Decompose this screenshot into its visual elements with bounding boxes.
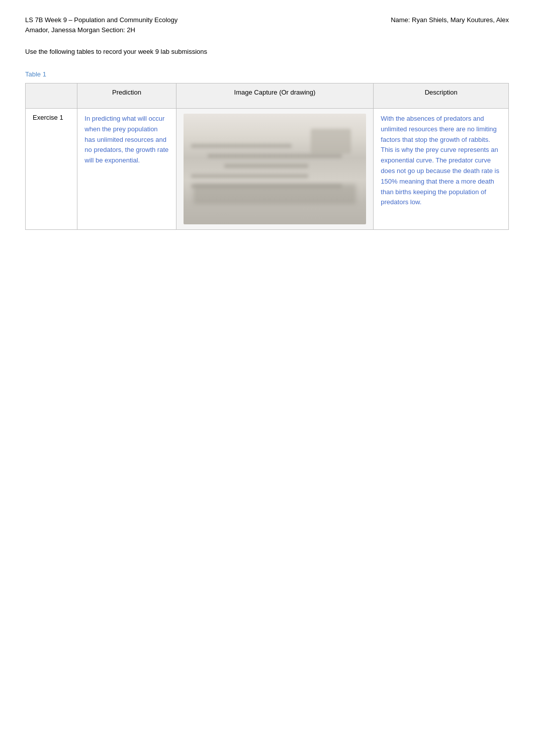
col-header-label (26, 83, 77, 109)
graph-line-1 (191, 144, 292, 148)
image-cell (176, 109, 374, 230)
main-table: Prediction Image Capture (Or drawing) De… (25, 83, 509, 230)
prediction-text: In predicting what will occur when the p… (84, 114, 168, 166)
header-line2: Amador, Janessa Morgan Section: 2H (25, 25, 391, 35)
graph-line-4 (191, 174, 309, 178)
table-label: Table 1 (25, 70, 509, 78)
page-header: LS 7B Week 9 – Population and Community … (25, 15, 509, 35)
graph-line-3 (224, 164, 308, 168)
prediction-cell: In predicting what will occur when the p… (77, 109, 176, 230)
graph-lines (191, 144, 359, 209)
header-right: Name: Ryan Shiels, Mary Koutures, Alex (391, 15, 509, 35)
col-header-description: Description (374, 83, 509, 109)
description-text: With the absences of predators and unlim… (381, 114, 501, 208)
graph-image (184, 114, 367, 224)
exercise-label: Exercise 1 (26, 109, 77, 230)
col-header-image: Image Capture (Or drawing) (176, 83, 374, 109)
col-header-prediction: Prediction (77, 83, 176, 109)
table-row: Exercise 1 In predicting what will occur… (26, 109, 509, 230)
graph-line-5 (191, 184, 342, 188)
header-line1: LS 7B Week 9 – Population and Community … (25, 15, 391, 25)
description-cell: With the absences of predators and unlim… (374, 109, 509, 230)
header-name: Name: Ryan Shiels, Mary Koutures, Alex (391, 15, 509, 25)
subtitle: Use the following tables to record your … (25, 48, 509, 55)
header-left: LS 7B Week 9 – Population and Community … (25, 15, 391, 35)
graph-line-2 (208, 154, 342, 158)
